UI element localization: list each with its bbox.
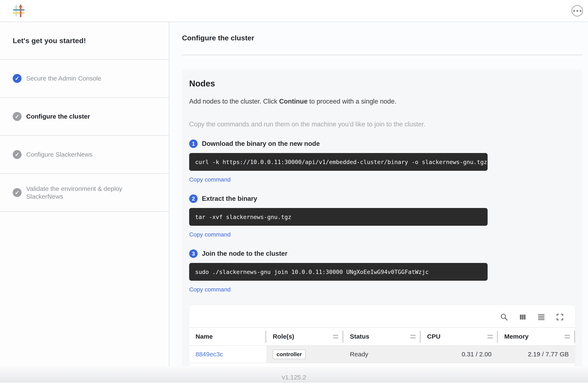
- column-header-memory[interactable]: Memory: [498, 327, 575, 346]
- step-2-title: Extract the binary: [202, 195, 257, 202]
- column-menu-icon[interactable]: [487, 335, 493, 339]
- nodes-card: Nodes Add nodes to the cluster. Click Co…: [182, 69, 582, 366]
- column-header-name[interactable]: Name: [189, 327, 266, 346]
- sidebar-step-configure-slackernews[interactable]: ✓ Configure SlackerNews: [0, 136, 169, 174]
- columns-icon[interactable]: [519, 313, 527, 321]
- main-content: Configure the cluster Nodes Add nodes to…: [169, 22, 588, 366]
- setup-steps-sidebar: Let's get you started! ✓ Secure the Admi…: [0, 22, 169, 366]
- check-circle-icon: ✓: [13, 112, 21, 121]
- sidebar-step-label: Configure SlackerNews: [26, 150, 92, 159]
- column-menu-icon[interactable]: [410, 335, 416, 339]
- app-header: [0, 0, 588, 22]
- node-name-cell: 8849ec3c: [189, 346, 266, 363]
- fullscreen-icon[interactable]: [556, 313, 564, 321]
- step-3-command-box: sudo ./slackernews-gnu join 10.0.0.11:30…: [189, 263, 488, 281]
- check-circle-icon: ✓: [13, 188, 21, 197]
- step-3-header: 3 Join the node to the cluster: [189, 249, 575, 258]
- sidebar-step-secure-admin-console[interactable]: ✓ Secure the Admin Console: [0, 60, 169, 98]
- more-options-button[interactable]: [571, 5, 583, 17]
- step-2-copy-command-link[interactable]: Copy command: [189, 231, 231, 238]
- app-footer: v1.125.2: [0, 366, 588, 383]
- density-icon[interactable]: [537, 313, 546, 321]
- step-3-title: Join the node to the cluster: [202, 250, 287, 257]
- search-icon[interactable]: [500, 313, 508, 321]
- version-text: v1.125.2: [282, 374, 306, 381]
- role-chip: controller: [273, 350, 306, 359]
- slackernews-logo-icon: [12, 4, 25, 17]
- sidebar-step-configure-cluster[interactable]: ✓ Configure the cluster: [0, 98, 169, 136]
- nodes-heading: Nodes: [189, 79, 575, 88]
- sidebar-step-label: Secure the Admin Console: [26, 74, 101, 83]
- step-1-copy-command-link[interactable]: Copy command: [189, 176, 231, 183]
- page-title: Configure the cluster: [182, 34, 582, 42]
- node-name-link[interactable]: 8849ec3c: [195, 351, 223, 358]
- step-1-title: Download the binary on the new node: [202, 140, 320, 148]
- table-header-row: Name Role(s) Status: [189, 327, 575, 346]
- join-commands-hint: Copy the commands and run them on the ma…: [189, 121, 575, 128]
- column-header-cpu[interactable]: CPU: [421, 327, 498, 346]
- node-memory-cell: 2.19 / 7.77 GB: [498, 346, 575, 363]
- column-header-status[interactable]: Status: [343, 327, 420, 346]
- step-2-number-badge: 2: [189, 194, 198, 203]
- step-1-number-badge: 1: [189, 140, 198, 148]
- nodes-table: Name Role(s) Status: [189, 327, 575, 363]
- column-menu-icon[interactable]: [333, 335, 338, 339]
- step-3-copy-command-link[interactable]: Copy command: [189, 286, 231, 293]
- step-2-command-box: tar -xvf slackernews-gnu.tgz: [189, 208, 488, 226]
- node-status-cell: Ready: [343, 346, 420, 363]
- column-resize-handle[interactable]: [574, 331, 575, 343]
- check-circle-icon: ✓: [13, 150, 21, 159]
- nodes-table-card: Name Role(s) Status: [189, 305, 575, 366]
- column-menu-icon[interactable]: [565, 335, 570, 339]
- node-cpu-cell: 0.31 / 2.00: [421, 346, 498, 363]
- title-divider: [182, 55, 582, 55]
- step-2-command-text: tar -xvf slackernews-gnu.tgz: [195, 214, 291, 220]
- table-toolbar: [189, 311, 575, 327]
- nodes-intro-text: Add nodes to the cluster. Click Continue…: [189, 98, 575, 105]
- sidebar-step-label: Configure the cluster: [26, 112, 90, 121]
- table-row: 8849ec3c controller Ready 0.31 / 2.00 2.…: [189, 346, 575, 363]
- step-3-number-badge: 3: [189, 249, 198, 258]
- node-roles-cell: controller: [266, 346, 343, 363]
- sidebar-step-validate-deploy[interactable]: ✓ Validate the environment & deploy Slac…: [0, 174, 169, 212]
- step-1-command-text: curl -k https://10.0.0.11:30000/api/v1/e…: [195, 159, 487, 165]
- step-2-header: 2 Extract the binary: [189, 194, 575, 203]
- ellipsis-icon: [573, 10, 575, 12]
- sidebar-step-label: Validate the environment & deploy Slacke…: [26, 185, 156, 201]
- step-1-command-box: curl -k https://10.0.0.11:30000/api/v1/e…: [189, 153, 488, 171]
- step-1-header: 1 Download the binary on the new node: [189, 140, 575, 148]
- step-3-command-text: sudo ./slackernews-gnu join 10.0.0.11:30…: [195, 269, 429, 275]
- sidebar-title: Let's get you started!: [0, 22, 169, 60]
- check-circle-icon: ✓: [13, 74, 21, 83]
- column-header-roles[interactable]: Role(s): [266, 327, 343, 346]
